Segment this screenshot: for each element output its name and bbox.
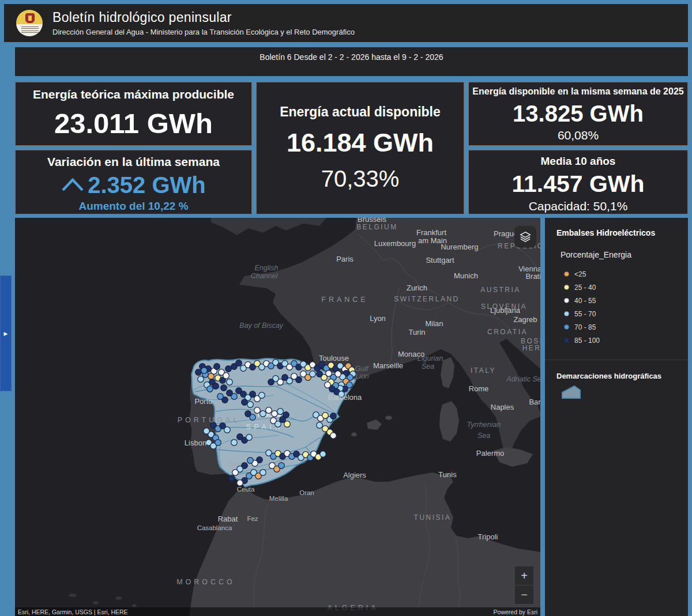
legend-class-label: 85 - 100 [574, 337, 600, 345]
embalse-marker[interactable] [280, 417, 286, 423]
island-speck [69, 594, 77, 597]
map-label: Lisbon [185, 439, 206, 447]
embalse-marker[interactable] [227, 379, 233, 386]
embalse-marker[interactable] [198, 376, 204, 383]
embalse-marker[interactable] [223, 373, 230, 379]
embalse-marker[interactable] [284, 421, 291, 428]
map-label: Lion [355, 372, 369, 380]
embalse-marker[interactable] [237, 480, 243, 486]
embalse-marker[interactable] [207, 386, 213, 392]
header-panel: Boletín hidrológico peninsular Dirección… [4, 4, 688, 42]
legend-divider [545, 360, 688, 360]
island-ibiza [351, 433, 357, 437]
embalse-marker[interactable] [330, 433, 337, 439]
bulletin-text: Boletín 6 Desde el 2 - 2 - 2026 hasta el… [260, 52, 443, 62]
embalse-marker[interactable] [317, 422, 323, 429]
basemap: BilbaoMadridSPAINSeville BrusselsBELGIUM… [15, 218, 540, 616]
embalse-marker[interactable] [245, 411, 251, 417]
embalse-marker[interactable] [282, 375, 288, 381]
embalse-marker[interactable] [232, 470, 239, 476]
island-speck [93, 601, 99, 604]
embalse-marker[interactable] [260, 411, 266, 417]
embalse-marker[interactable] [217, 394, 224, 400]
map-label: Rabat [218, 515, 238, 523]
embalse-marker[interactable] [195, 369, 202, 376]
zoom-out-button[interactable]: − [515, 585, 533, 604]
map-label: Naples [491, 403, 514, 411]
map-label: CROATIA [487, 328, 528, 336]
legend-item: 85 - 100 [564, 334, 688, 347]
map-label: BELGIUM [356, 223, 398, 231]
island-speck [132, 604, 137, 607]
embalse-marker[interactable] [242, 399, 248, 406]
island-speck [115, 596, 122, 600]
embalse-marker[interactable] [231, 440, 238, 446]
embalse-marker[interactable] [201, 368, 208, 374]
embalse-marker[interactable] [275, 421, 281, 428]
kpi-value: 11.457 GWh [512, 172, 644, 196]
embalse-marker[interactable] [277, 409, 284, 415]
embalse-marker[interactable] [320, 451, 326, 458]
map-panel[interactable]: BilbaoMadridSPAINSeville BrusselsBELGIUM… [15, 218, 540, 616]
map-label: Ljubljana [490, 306, 521, 315]
embalse-marker[interactable] [254, 407, 261, 414]
embalse-marker[interactable] [330, 413, 337, 420]
kpi-title: Media 10 años [541, 155, 616, 168]
legend-item: 55 - 70 [564, 307, 688, 320]
layers-button[interactable] [514, 226, 536, 248]
kpi-card-energia-teorica: Energía teórica máxima producible 23.011… [15, 82, 252, 146]
legend-items: <2525 - 4040 - 5555 - 7070 - 8585 - 100 [564, 267, 688, 347]
kpi-card-media-10: Media 10 años 11.457 GWh Capacidad: 50,1… [468, 150, 688, 214]
embalse-marker[interactable] [325, 382, 331, 388]
legend-field-name: Porcentaje_Energia [561, 250, 688, 259]
embalse-marker[interactable] [247, 458, 254, 464]
demarcaciones-swatch [561, 385, 582, 400]
embalse-marker[interactable] [221, 385, 227, 391]
zoom-in-button[interactable]: + [515, 566, 533, 585]
embalse-marker[interactable] [204, 428, 210, 434]
map-label: Gulf [355, 365, 369, 373]
legend-item: 70 - 85 [564, 320, 688, 334]
embalse-marker[interactable] [272, 411, 278, 417]
embalse-marker[interactable] [227, 390, 233, 396]
legend-panel: Embalses Hidroeléctricos Porcentaje_Ener… [545, 218, 688, 616]
map-label: Luxembourg [374, 239, 416, 248]
embalse-marker[interactable] [236, 360, 242, 366]
embalse-marker[interactable] [291, 373, 298, 380]
legend-class-dot-icon [564, 324, 569, 330]
embalse-marker[interactable] [266, 407, 272, 414]
embalse-marker[interactable] [279, 463, 285, 469]
map-label: Fez [247, 515, 258, 522]
embalse-marker[interactable] [268, 379, 274, 386]
embalse-marker[interactable] [260, 470, 266, 476]
embalse-marker[interactable] [229, 475, 235, 482]
embalse-marker[interactable] [259, 392, 265, 399]
embalse-marker[interactable] [215, 440, 221, 446]
embalse-marker[interactable] [250, 391, 256, 398]
expand-panel-tab[interactable]: ▶ [0, 275, 12, 391]
kpi-value: 13.825 GWh [513, 102, 644, 125]
layers-icon [519, 230, 532, 243]
embalse-marker[interactable] [247, 402, 254, 408]
page-title: Boletín hidrológico peninsular [52, 10, 355, 25]
embalse-marker[interactable] [310, 371, 316, 377]
embalse-marker[interactable] [246, 434, 253, 441]
embalse-marker[interactable] [317, 371, 323, 377]
map-label: PORTUGAL [178, 416, 240, 424]
map-label: Bay of Biscay [239, 322, 283, 330]
bulletin-bar: Boletín 6 Desde el 2 - 2 - 2026 hasta el… [15, 47, 688, 76]
map-label: Palermo [476, 449, 504, 458]
kpi-card-misma-semana-2025: Energía disponible en la misma semana de… [468, 82, 688, 146]
map-label: SWITZERLAND [394, 295, 460, 303]
chevron-right-icon: ▶ [4, 331, 8, 337]
legend-class-dot-icon [564, 271, 569, 277]
embalse-marker[interactable] [214, 364, 220, 370]
map-label: Zagreb [513, 315, 537, 324]
legend-layer2-title: Demarcaciones hidrográficas [556, 372, 688, 380]
embalse-marker[interactable] [224, 427, 231, 433]
embalse-marker[interactable] [213, 383, 219, 390]
kpi-title: Variación en la última semana [47, 155, 220, 169]
kpi-value: 2.352 GWh [88, 173, 206, 196]
embalse-marker[interactable] [225, 366, 232, 372]
ministry-logo [16, 9, 43, 37]
